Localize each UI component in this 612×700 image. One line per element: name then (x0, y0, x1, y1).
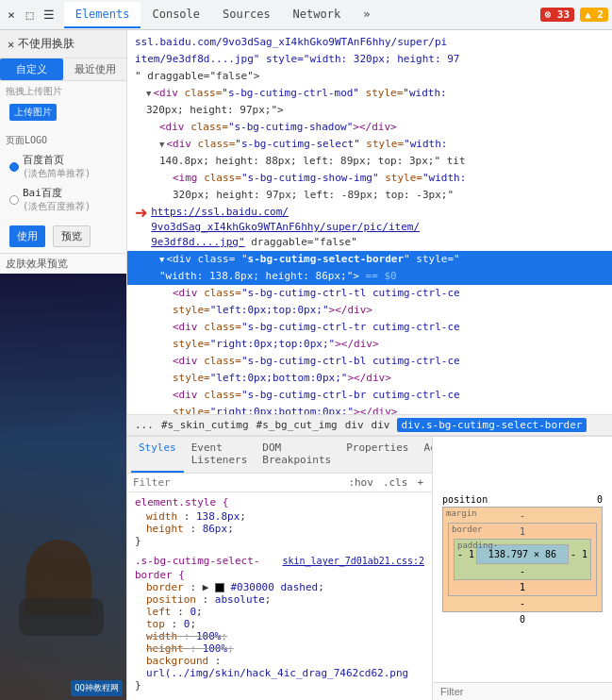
drag-label: 拖拽上传图片 (6, 85, 62, 98)
sidebar-actions: 使用 预览 (0, 220, 126, 253)
devtools-tabs: Elements Console Sources Network » (64, 2, 537, 28)
dom-line: style="right:0px;bottom:0px;"></div> (127, 404, 612, 414)
dom-selected-line: ▼<div class= "s-bg-cutimg-select-border"… (127, 251, 612, 268)
style-prop[interactable]: width : 138.8px; (135, 510, 424, 523)
prop-value[interactable]: 86px (203, 523, 228, 535)
dom-line: ▼<div class="s-bg-cutimg-select" style="… (127, 136, 612, 153)
sidebar-radio-1[interactable]: 百度首页 (淡色简单推荐) (6, 150, 121, 183)
filter-controls: :hov .cls + (345, 475, 426, 490)
breadcrumb-item-2[interactable]: #s_bg_cut_img (256, 419, 338, 431)
inspect-icon[interactable]: ⬚ (25, 6, 36, 24)
prop-name: top (146, 618, 165, 630)
radio-2-sub: (淡色百度推荐) (23, 200, 91, 213)
prop-value[interactable]: 100% (203, 642, 228, 655)
style-prop-height-strike[interactable]: height : 100%; (135, 642, 424, 655)
box-model-container: position 0 margin - border 1 (433, 437, 612, 682)
tab-network[interactable]: Network (282, 2, 353, 28)
tab-sources[interactable]: Sources (211, 2, 282, 28)
prop-value[interactable]: 100% (196, 630, 222, 642)
style-rule-header: .s-bg-cutimg-select- skin_layer_7d01ab21… (135, 555, 424, 569)
upload-button[interactable]: 上传图片 (9, 104, 57, 121)
warn-badge: ▲ 2 (580, 8, 608, 22)
border-box: border 1 padding- - 1 138.797 (448, 523, 597, 596)
tab-more[interactable]: » (352, 2, 381, 28)
style-prop-background[interactable]: background : (135, 655, 424, 667)
prop-name: height (146, 642, 184, 655)
dom-line: <div class="s-bg-cutimg-shadow"></div> (127, 119, 612, 136)
dom-line: item/9e3df8d....jpg" style="width: 320px… (127, 51, 612, 68)
dom-selected-line-2: "width: 138.8px; height: 86px;"> == $0 (127, 268, 612, 285)
style-prop-position[interactable]: position : absolute; (135, 593, 424, 606)
sidebar-title-text: 不使用换肤 (18, 36, 74, 52)
tab-event-listeners[interactable]: Event Listeners (184, 437, 256, 473)
dom-tree[interactable]: ssl.baidu.com/9vo3dSag_xI4khGko9WTAnF6hh… (127, 30, 612, 414)
use-button[interactable]: 使用 (9, 225, 45, 247)
position-value: 0 (597, 494, 603, 505)
style-prop-top[interactable]: top : 0; (135, 618, 424, 630)
bottom-filter-input[interactable] (440, 686, 604, 697)
sidebar-tab-recent[interactable]: 最近使用 (63, 58, 126, 80)
dom-line: ssl.baidu.com/9vo3dSag_xI4khGko9WTAnF6hh… (127, 34, 612, 51)
preview-button[interactable]: 预览 (53, 225, 91, 247)
tab-accessibility[interactable]: Accessibility (416, 437, 433, 473)
dom-text: " draggable="false"> (135, 70, 259, 82)
position-bottom: 0 (442, 614, 603, 625)
url-value[interactable]: url(../img/skin/hack_4ic_drag_7462cd62.p… (146, 667, 408, 679)
device-icon[interactable]: ☰ (41, 6, 57, 24)
prop-value[interactable]: #030000 dashed (231, 581, 319, 593)
preview-area: QQ神教程网 (0, 274, 126, 700)
close-button[interactable]: × (4, 6, 19, 24)
tab-properties[interactable]: Properties (339, 437, 416, 473)
dom-url-text2: 9vo3dSag_xI4khGko9WTAnF6hhy/super/pic/it… (151, 220, 420, 235)
style-prop-width-strike[interactable]: width : 100%; (135, 630, 424, 642)
tab-dom-breakpoints[interactable]: DOM Breakpoints (255, 437, 339, 473)
filter-input[interactable] (133, 476, 345, 489)
box-model: position 0 margin - border 1 (442, 494, 603, 625)
bottom-filter-bar (433, 682, 612, 700)
styles-column: Styles Event Listeners DOM Breakpoints P… (127, 437, 433, 700)
padding-label: padding- (457, 541, 498, 550)
border-bottom: 1 (452, 582, 593, 592)
dom-line: 320px; height: 97px;"> (127, 102, 612, 119)
sidebar-radio-2[interactable]: Bai百度 (淡色百度推荐) (6, 183, 121, 216)
breadcrumb-item-4[interactable]: div (372, 419, 390, 431)
style-rule-sub: border { (135, 569, 424, 581)
hov-filter[interactable]: :hov (345, 475, 376, 490)
box-position-row: position 0 (442, 494, 603, 505)
add-filter[interactable]: + (414, 475, 426, 490)
style-rule-element: element.style { width : 138.8px; height … (135, 496, 424, 547)
breadcrumb-item-3[interactable]: div (345, 419, 364, 431)
bottom-panel: Styles Event Listeners DOM Breakpoints P… (127, 436, 612, 700)
watermark: QQ神教程网 (71, 680, 123, 696)
style-prop-border[interactable]: border : ▶ #030000 dashed; (135, 581, 424, 593)
dom-url-text: https://ssl.baidu.com/ (151, 205, 420, 220)
prop-value[interactable]: 138.8px (196, 510, 240, 523)
style-source[interactable]: skin_layer_7d01ab21.css:2 (282, 556, 424, 566)
margin-box: margin - border 1 padding- - 1 (442, 507, 603, 612)
preview-image: QQ神教程网 (0, 274, 126, 700)
tab-console[interactable]: Console (141, 2, 211, 28)
prop-value[interactable]: absolute (215, 593, 265, 606)
cls-filter[interactable]: .cls (380, 475, 411, 490)
breadcrumb-item-active[interactable]: div.s-bg-cutimg-select-border (397, 418, 586, 432)
sidebar-search-section: 拖拽上传图片 上传图片 (0, 81, 126, 130)
style-close-2: } (135, 679, 424, 692)
style-prop[interactable]: height : 86px; (135, 523, 424, 535)
dom-line: style="left:0px;bottom:0px;"></div> (127, 370, 612, 387)
position-label: position (442, 494, 488, 505)
breadcrumb-item-1[interactable]: #s_skin_cutimg (161, 419, 249, 431)
style-prop-url[interactable]: url(../img/skin/hack_4ic_drag_7462cd62.p… (135, 667, 424, 679)
top-bar: × ⬚ ☰ Elements Console Sources Network »… (0, 0, 612, 30)
dom-text: ssl.baidu.com/9vo3dSag_xI4khGko9WTAnF6hh… (135, 36, 447, 48)
sidebar-tab-custom[interactable]: 自定义 (0, 58, 63, 80)
border-label: border (452, 525, 483, 534)
breadcrumb-ellipsis[interactable]: ... (135, 419, 154, 431)
red-arrow-icon: ➜ (135, 203, 147, 224)
tab-styles[interactable]: Styles (131, 437, 184, 473)
prop-value[interactable]: 0 (190, 606, 196, 618)
margin-label: margin (446, 508, 477, 518)
tab-elements[interactable]: Elements (64, 2, 141, 28)
style-prop-left[interactable]: left : 0; (135, 606, 424, 618)
dom-line: <div class="s-bg-cutimg-ctrl-bl cutimg-c… (127, 353, 612, 370)
dom-text: item/9e3df8d....jpg" style="width: 320px… (135, 53, 459, 65)
